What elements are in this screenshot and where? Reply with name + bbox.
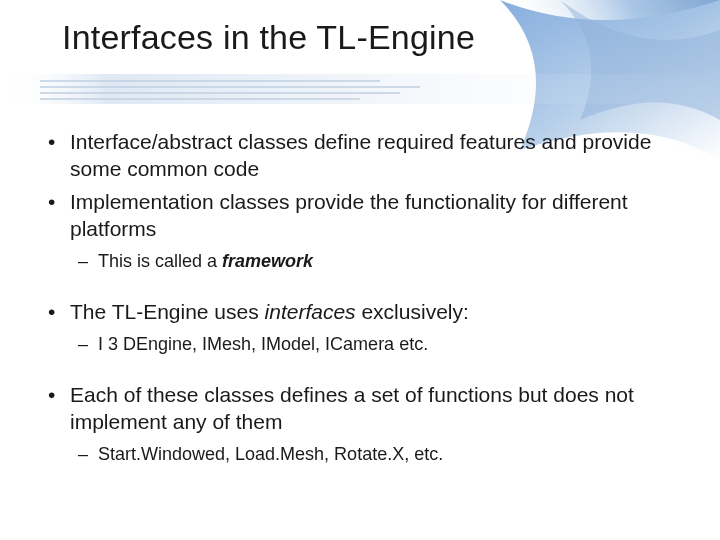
slide-title: Interfaces in the TL-Engine bbox=[0, 0, 720, 57]
text-run: framework bbox=[222, 251, 313, 271]
sub-bullet-list: This is called a framework bbox=[70, 249, 680, 273]
bullet-item: Interface/abstract classes define requir… bbox=[40, 129, 680, 183]
bullet-item: Implementation classes provide the funct… bbox=[40, 189, 680, 273]
text-run: Interface/abstract classes define requir… bbox=[70, 130, 651, 180]
sub-bullet-list: Start.Windowed, Load.Mesh, Rotate.X, etc… bbox=[70, 442, 680, 466]
text-run: I 3 DEngine, IMesh, IModel, ICamera etc. bbox=[98, 334, 428, 354]
text-run: exclusively: bbox=[356, 300, 469, 323]
bullet-item: The TL-Engine uses interfaces exclusivel… bbox=[40, 299, 680, 356]
text-run: Start.Windowed, Load.Mesh, Rotate.X, etc… bbox=[98, 444, 443, 464]
text-run: Implementation classes provide the funct… bbox=[70, 190, 628, 240]
bullet-item: Each of these classes defines a set of f… bbox=[40, 382, 680, 466]
sub-bullet-list: I 3 DEngine, IMesh, IModel, ICamera etc. bbox=[70, 332, 680, 356]
slide: Interfaces in the TL-Engine Interface/ab… bbox=[0, 0, 720, 540]
sub-bullet-item: This is called a framework bbox=[70, 249, 680, 273]
sub-bullet-item: I 3 DEngine, IMesh, IModel, ICamera etc. bbox=[70, 332, 680, 356]
text-run: interfaces bbox=[265, 300, 356, 323]
sub-bullet-item: Start.Windowed, Load.Mesh, Rotate.X, etc… bbox=[70, 442, 680, 466]
text-run: This is called a bbox=[98, 251, 222, 271]
text-run: Each of these classes defines a set of f… bbox=[70, 383, 634, 433]
slide-body: Interface/abstract classes define requir… bbox=[0, 57, 720, 466]
bullet-list: Interface/abstract classes define requir… bbox=[40, 129, 680, 466]
text-run: The TL-Engine uses bbox=[70, 300, 265, 323]
